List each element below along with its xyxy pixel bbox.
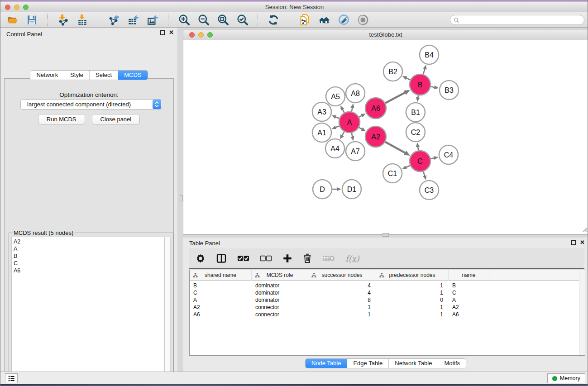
maximize-network-button[interactable] [207, 32, 213, 38]
resize-grip-icon[interactable] [581, 226, 588, 234]
add-column-icon[interactable] [282, 252, 292, 265]
mcds-result-list[interactable]: A2ABCA6 [11, 237, 165, 386]
table-cell[interactable]: dominator [252, 282, 308, 289]
float-panel-icon[interactable] [160, 30, 165, 35]
table-cell[interactable]: C [449, 289, 489, 296]
criterion-dropdown[interactable]: largest connected component (directed) [20, 99, 162, 110]
search-field[interactable] [450, 15, 584, 25]
minimize-network-button[interactable] [198, 32, 204, 38]
horizontal-split-handle[interactable] [382, 233, 389, 237]
table-cell[interactable]: 4 [308, 282, 376, 289]
zoom-selected-icon[interactable] [236, 14, 249, 26]
graph-node-B4[interactable]: B4 [420, 45, 439, 64]
export-network-icon[interactable] [107, 14, 120, 26]
copy-network-icon[interactable] [298, 14, 311, 26]
tab-edge-table[interactable]: Edge Table [347, 359, 388, 368]
refresh-icon[interactable] [267, 14, 280, 26]
open-file-icon[interactable] [6, 14, 19, 26]
graph-node-A8[interactable]: A8 [346, 84, 365, 103]
export-image-icon[interactable] [146, 14, 159, 26]
columns-icon[interactable] [216, 252, 227, 265]
select-all-icon[interactable] [237, 252, 249, 265]
table-cell[interactable]: C [190, 289, 252, 296]
network-canvas[interactable]: B4B2BB3A5A8A6A3B1AA1C2A2A4A7C4CC1DD1C3 [183, 40, 588, 234]
tab-motifs[interactable]: Motifs [438, 359, 466, 368]
zoom-in-icon[interactable] [177, 14, 190, 26]
result-item[interactable]: C [14, 260, 164, 267]
table-cell[interactable]: 1 [376, 282, 449, 289]
graph-node-A2[interactable]: A2 [365, 126, 386, 147]
table-cell[interactable]: B [190, 282, 252, 289]
table-cell[interactable]: connector [252, 311, 308, 318]
table-cell[interactable]: A [190, 296, 252, 304]
result-item[interactable]: A [14, 245, 164, 253]
result-item[interactable]: B [14, 253, 164, 260]
graph-node-B[interactable]: B [410, 74, 430, 95]
graph-node-A4[interactable]: A4 [325, 139, 344, 158]
tab-mcds[interactable]: MCDS [118, 71, 147, 80]
minimize-window-button[interactable] [14, 5, 19, 10]
search-input[interactable] [461, 17, 584, 23]
table-cell[interactable]: 1 [308, 304, 376, 311]
run-mcds-button[interactable]: Run MCDS [38, 114, 85, 124]
close-window-button[interactable] [5, 5, 10, 10]
table-cell[interactable]: A6 [449, 311, 489, 318]
export-table-icon[interactable] [127, 14, 139, 26]
table-cell[interactable]: connector [252, 304, 308, 311]
table-cell[interactable]: B [449, 282, 489, 289]
result-item[interactable]: A2 [14, 238, 164, 245]
graph-node-A7[interactable]: A7 [346, 142, 365, 161]
table-cell[interactable]: 0 [376, 296, 449, 304]
table-cell[interactable]: A2 [190, 304, 252, 311]
eye-icon[interactable] [357, 14, 369, 26]
table-cell[interactable]: 1 [376, 304, 449, 311]
network-window-titlebar[interactable]: testGlobe.txt [183, 29, 588, 40]
maximize-window-button[interactable] [23, 5, 29, 10]
tab-select[interactable]: Select [89, 71, 118, 80]
table-cell[interactable]: A2 [449, 304, 489, 311]
table-row[interactable]: Adominator80A [190, 296, 585, 304]
table-cell[interactable]: dominator [252, 289, 308, 296]
column-header-shared-name[interactable]: shared name [190, 270, 252, 281]
table-cell[interactable]: dominator [252, 296, 308, 304]
table-cell[interactable]: 4 [308, 289, 376, 296]
graph-node-C[interactable]: C [410, 151, 430, 172]
tab-node-table[interactable]: Node Table [306, 359, 347, 368]
vertical-split-handle[interactable] [179, 195, 183, 201]
graph-node-A[interactable]: A [339, 112, 360, 133]
graph-node-A1[interactable]: A1 [312, 123, 331, 142]
result-item[interactable]: A6 [14, 267, 164, 274]
delete-column-icon[interactable] [303, 252, 312, 265]
tab-network-table[interactable]: Network Table [388, 359, 438, 368]
column-header-successor-nodes[interactable]: successor nodes [308, 270, 376, 281]
gear-icon[interactable] [196, 252, 206, 265]
graph-node-C2[interactable]: C2 [406, 123, 425, 142]
zoom-out-icon[interactable] [197, 14, 210, 26]
graph-node-A3[interactable]: A3 [312, 102, 331, 121]
close-table-panel-icon[interactable]: ✕ [580, 240, 585, 245]
close-network-button[interactable] [189, 32, 195, 38]
home-icon[interactable] [318, 14, 330, 26]
memory-button[interactable]: Memory [547, 373, 585, 383]
column-header-MCDS-role[interactable]: MCDS role [252, 270, 308, 281]
graph-node-A5[interactable]: A5 [326, 87, 345, 106]
import-table-icon[interactable] [76, 14, 89, 26]
graph-node-C3[interactable]: C3 [420, 181, 439, 200]
graph-node-A6[interactable]: A6 [365, 98, 386, 119]
table-row[interactable]: Cdominator41C [190, 289, 585, 296]
graph-node-D1[interactable]: D1 [342, 180, 361, 199]
network-graph[interactable]: B4B2BB3A5A8A6A3B1AA1C2A2A4A7C4CC1DD1C3 [183, 40, 588, 234]
deselect-all-icon[interactable] [260, 252, 272, 265]
task-history-button[interactable] [5, 373, 18, 383]
table-row[interactable]: A2connector11A2 [190, 304, 585, 311]
function-builder-icon[interactable]: f(x) [345, 252, 359, 265]
hide-graphics-icon[interactable] [337, 14, 350, 26]
close-panel-icon[interactable]: ✕ [169, 30, 174, 35]
zoom-fit-icon[interactable] [216, 14, 229, 26]
close-panel-button[interactable]: Close panel [92, 114, 140, 124]
import-network-icon[interactable] [57, 14, 69, 26]
graph-node-B1[interactable]: B1 [406, 103, 425, 122]
table-cell[interactable]: A6 [190, 311, 252, 318]
table-cell[interactable]: 8 [308, 296, 376, 304]
float-table-panel-icon[interactable] [571, 240, 576, 245]
